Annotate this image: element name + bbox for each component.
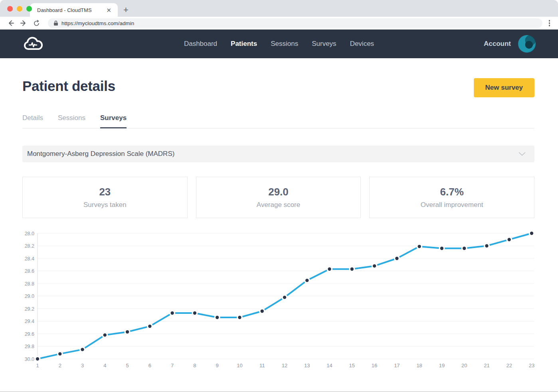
- svg-text:29.4: 29.4: [25, 319, 34, 324]
- forward-arrow-icon: [20, 20, 27, 27]
- svg-text:2: 2: [59, 362, 61, 368]
- svg-text:28.8: 28.8: [25, 281, 34, 287]
- tab-close-icon[interactable]: ✕: [105, 6, 113, 14]
- data-point: [216, 316, 219, 319]
- back-arrow-icon: [7, 20, 14, 27]
- forward-button[interactable]: [18, 18, 29, 28]
- nav-item-devices[interactable]: Devices: [350, 40, 374, 48]
- data-point: [148, 325, 151, 328]
- nav-item-patients[interactable]: Patients: [231, 40, 257, 48]
- data-point: [103, 333, 107, 337]
- svg-text:28.2: 28.2: [25, 243, 34, 249]
- avatar[interactable]: [518, 35, 536, 53]
- refresh-button[interactable]: [31, 18, 42, 28]
- svg-text:6: 6: [148, 362, 151, 368]
- data-point: [463, 247, 466, 250]
- svg-text:3: 3: [81, 362, 84, 368]
- browser-tab[interactable]: Dashboard - CloudTMS ✕: [30, 3, 118, 17]
- svg-text:28.6: 28.6: [25, 268, 34, 274]
- svg-text:29.2: 29.2: [25, 306, 34, 312]
- survey-type-selected-value: Montgomery-Asberg Depression Scale (MADR…: [27, 150, 174, 158]
- svg-text:5: 5: [126, 362, 129, 368]
- window-controls: [7, 6, 32, 12]
- chevron-down-icon: [518, 152, 526, 156]
- data-point: [485, 244, 488, 247]
- account-area: Account: [484, 35, 546, 53]
- svg-text:23: 23: [529, 362, 534, 368]
- zoom-window-button[interactable]: [26, 6, 32, 12]
- browser-menu-button[interactable]: [546, 18, 553, 28]
- url-text: https://mycloudtms.com/admin: [61, 20, 134, 26]
- stat-value: 23: [99, 186, 111, 198]
- svg-text:14: 14: [326, 362, 332, 368]
- stat-value: 6.7%: [440, 186, 464, 198]
- main-navigation: Dashboard Patients Sessions Surveys Devi…: [184, 40, 374, 48]
- stat-card-average-score: 29.0 Average score: [196, 177, 361, 218]
- back-button[interactable]: [6, 18, 16, 28]
- stat-card-overall-improvement: 6.7% Overall improvement: [369, 177, 534, 218]
- svg-text:29.6: 29.6: [25, 331, 34, 337]
- stat-cards: 23 Surveys taken 29.0 Average score 6.7%…: [22, 177, 534, 218]
- new-tab-button[interactable]: +: [123, 6, 129, 14]
- svg-text:8: 8: [193, 362, 196, 368]
- data-point: [283, 295, 286, 299]
- page-header: Patient details New survey: [22, 78, 534, 97]
- nav-item-dashboard[interactable]: Dashboard: [184, 40, 217, 48]
- svg-text:28.0: 28.0: [25, 231, 34, 236]
- svg-text:30.0: 30.0: [25, 357, 34, 362]
- address-bar[interactable]: https://mycloudtms.com/admin: [48, 18, 542, 28]
- svg-text:1: 1: [36, 362, 39, 368]
- tab-surveys[interactable]: Surveys: [100, 114, 127, 128]
- browser-titlebar: Dashboard - CloudTMS ✕ +: [0, 0, 558, 17]
- svg-text:22: 22: [506, 362, 512, 368]
- svg-text:29.0: 29.0: [25, 294, 34, 299]
- data-point: [395, 257, 398, 260]
- data-point: [373, 264, 376, 268]
- data-point: [508, 238, 511, 241]
- account-menu[interactable]: Account: [484, 40, 511, 48]
- svg-text:20: 20: [461, 362, 467, 368]
- data-point: [81, 348, 84, 351]
- data-point: [261, 309, 264, 313]
- line-chart-svg: 28.028.228.428.628.829.029.229.429.629.8…: [22, 227, 535, 370]
- svg-text:29.8: 29.8: [25, 344, 34, 349]
- data-point: [36, 357, 39, 360]
- data-point: [530, 232, 533, 235]
- main-content: Patient details New survey Details Sessi…: [0, 78, 558, 371]
- nav-item-surveys[interactable]: Surveys: [312, 40, 336, 48]
- data-point: [126, 330, 129, 333]
- data-point: [418, 245, 421, 248]
- data-point: [440, 247, 443, 250]
- stat-value: 29.0: [268, 186, 289, 198]
- stat-card-surveys-taken: 23 Surveys taken: [22, 177, 188, 218]
- tab-details[interactable]: Details: [22, 114, 43, 128]
- data-point: [350, 268, 354, 271]
- svg-text:15: 15: [349, 362, 355, 368]
- data-point: [170, 311, 174, 315]
- app-navbar: Dashboard Patients Sessions Surveys Devi…: [0, 30, 558, 58]
- svg-text:18: 18: [416, 362, 422, 368]
- svg-text:28.4: 28.4: [25, 256, 34, 262]
- data-point: [193, 311, 196, 315]
- refresh-icon: [33, 20, 40, 27]
- cloudtms-logo-icon: [22, 36, 43, 52]
- svg-text:19: 19: [439, 362, 445, 368]
- close-window-button[interactable]: [7, 6, 13, 12]
- survey-type-select[interactable]: Montgomery-Asberg Depression Scale (MADR…: [22, 146, 534, 162]
- nav-item-sessions[interactable]: Sessions: [271, 40, 298, 48]
- svg-text:12: 12: [282, 362, 287, 368]
- browser-toolbar: https://mycloudtms.com/admin: [0, 17, 558, 30]
- data-point: [305, 279, 309, 282]
- stat-label: Average score: [257, 201, 300, 209]
- lock-icon: [53, 20, 58, 26]
- page-title: Patient details: [22, 78, 115, 94]
- stat-label: Overall improvement: [421, 201, 483, 209]
- tab-sessions[interactable]: Sessions: [58, 114, 85, 128]
- stat-label: Surveys taken: [83, 201, 127, 209]
- svg-text:4: 4: [103, 362, 106, 368]
- svg-text:16: 16: [372, 362, 377, 368]
- svg-text:17: 17: [394, 362, 400, 368]
- browser-window: Dashboard - CloudTMS ✕ + https://mycloud…: [0, 0, 558, 392]
- minimize-window-button[interactable]: [17, 6, 22, 12]
- new-survey-button[interactable]: New survey: [474, 78, 535, 97]
